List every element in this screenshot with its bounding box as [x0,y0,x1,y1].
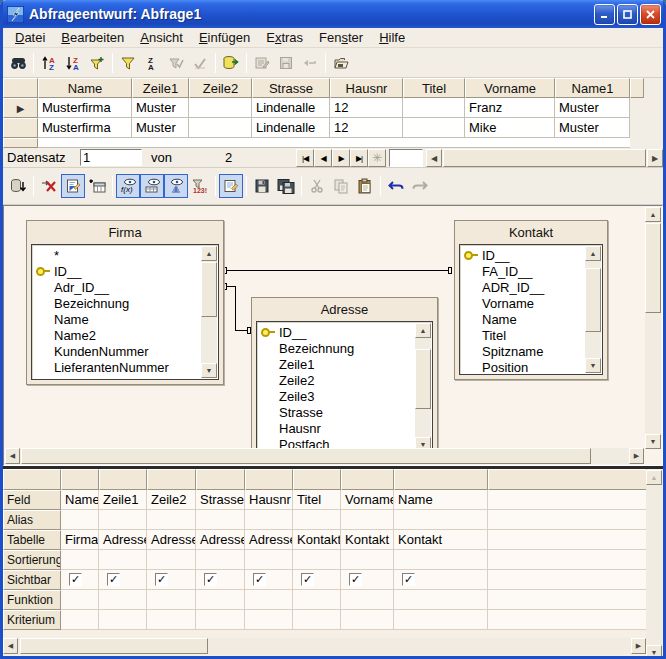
new-row-selector[interactable] [3,138,38,148]
grid-cell[interactable] [341,610,394,630]
table-cell[interactable]: Lindenalle [252,98,330,118]
table-title-kontakt[interactable]: Kontakt [455,221,607,244]
scroll-down-icon[interactable]: ▼ [585,358,601,373]
visible-checkbox[interactable] [253,573,266,586]
visible-checkbox[interactable] [155,573,168,586]
grid-cell[interactable] [99,550,147,570]
close-button[interactable] [640,4,661,25]
scroll-down-icon[interactable]: ▼ [645,434,661,449]
grid-cell[interactable] [196,550,245,570]
grid-cell[interactable] [245,610,293,630]
grid-cell[interactable]: Adresse [99,530,147,550]
table-cell[interactable]: Muster [132,98,189,118]
field-item[interactable]: ADR_ID__ [460,279,602,295]
grid-cell[interactable]: Vorname [341,490,394,510]
field-item[interactable]: Spitzname [460,343,602,359]
scroll-up-icon[interactable]: ▲ [646,470,662,485]
maximize-button[interactable] [617,4,638,25]
folder-icon[interactable] [329,51,353,75]
grid-cell[interactable] [99,510,147,530]
panel-scrollbar[interactable]: ▲ ▼ [415,323,431,452]
table-cell[interactable]: Musterfirma [38,118,132,138]
grid-cell[interactable]: Zeile1 [99,490,147,510]
pane-vscrollbar[interactable]: ▲ ▼ [645,207,661,449]
field-item[interactable]: FA_ID__ [460,263,602,279]
copy-icon[interactable] [329,174,353,198]
grid-cell[interactable] [293,590,341,610]
grid-cell[interactable] [245,590,293,610]
panel-scrollbar[interactable]: ▲ ▼ [201,246,217,378]
grid-cell[interactable]: Adresse [196,530,245,550]
properties-icon[interactable] [219,174,243,198]
field-item[interactable]: Zeile3 [257,388,432,404]
field-item[interactable]: LieferantenNummer [32,359,218,375]
column-header[interactable]: Zeile1 [132,78,189,98]
apply-filter-icon[interactable] [164,51,188,75]
save-icon[interactable] [250,174,274,198]
select-all-cell[interactable] [3,78,38,98]
datasource-icon[interactable] [6,174,30,198]
table-cell[interactable]: Muster [132,118,189,138]
visible-checkbox[interactable] [204,573,217,586]
grid-cell[interactable] [341,550,394,570]
grid-cell[interactable] [99,590,147,610]
grid-column-header[interactable] [341,469,394,490]
column-header[interactable]: Zeile2 [189,78,252,98]
sort-za-icon[interactable]: ZA [140,51,164,75]
save-record-icon[interactable] [274,51,298,75]
hscroll-thumb[interactable] [443,149,646,167]
grid-cell[interactable] [394,590,488,610]
pane-hscrollbar[interactable]: ◀ ▶ [5,448,644,464]
scroll-left-icon[interactable]: ◀ [3,638,18,654]
goto-record-icon[interactable] [298,51,322,75]
grid-cell[interactable] [147,610,196,630]
field-item[interactable]: Zeile2 [257,372,432,388]
table-title-adresse[interactable]: Adresse [252,298,437,321]
scroll-left-icon[interactable]: ◀ [426,149,442,167]
table-cell[interactable]: Lindenalle [252,118,330,138]
grid-hscrollbar[interactable]: ◀ ▶ [3,638,646,654]
next-record-button[interactable]: ▶ [332,149,350,167]
filter-values-icon[interactable]: 123! [188,174,212,198]
grid-cell[interactable] [61,550,99,570]
field-item[interactable]: ID__ [32,263,218,279]
grid-column-header[interactable] [245,469,293,490]
table-cell[interactable]: Franz [465,98,555,118]
join-line-firma-adresse-v[interactable] [235,286,236,331]
grid-cell[interactable]: Hausnr [245,490,293,510]
grid-cell[interactable] [341,510,394,530]
field-item[interactable]: Zeile1 [257,356,432,372]
previous-record-button[interactable]: ◀ [314,149,332,167]
field-item[interactable]: * [32,247,218,263]
grid-cell[interactable] [394,610,488,630]
undo-icon[interactable] [384,174,408,198]
paste-icon[interactable] [353,174,377,198]
minimize-button[interactable] [594,4,615,25]
refresh-data-icon[interactable] [219,51,243,75]
grid-cell[interactable] [147,550,196,570]
field-item[interactable]: Name2 [32,327,218,343]
field-item[interactable]: Adr_ID__ [32,279,218,295]
grid-cell[interactable] [245,510,293,530]
grid-cell[interactable]: Kontakt [293,530,341,550]
grid-cell[interactable] [196,610,245,630]
table-cell[interactable]: 12 [330,118,403,138]
save-all-icon[interactable] [274,174,298,198]
grid-cell[interactable] [61,510,99,530]
scroll-right-icon[interactable]: ▶ [629,448,644,464]
grid-column-header[interactable] [61,469,99,490]
grid-cell[interactable]: Zeile2 [147,490,196,510]
cut-icon[interactable] [305,174,329,198]
scroll-down-icon[interactable]: ▼ [201,363,217,378]
field-item[interactable]: KundenNummer [32,343,218,359]
grid-cell[interactable]: Titel [293,490,341,510]
visible-checkbox[interactable] [69,573,82,586]
functions-visible-icon[interactable]: f(x) [116,174,140,198]
table-cell[interactable] [403,98,465,118]
vscroll-thumb[interactable] [201,262,217,317]
scroll-down-icon[interactable]: ▼ [646,645,662,656]
column-header[interactable]: Strasse [252,78,330,98]
visible-checkbox[interactable] [402,573,415,586]
table-panel-kontakt[interactable]: Kontakt ID__FA_ID__ADR_ID__VornameNameTi… [454,220,608,380]
menu-item[interactable]: Datei [7,28,53,47]
